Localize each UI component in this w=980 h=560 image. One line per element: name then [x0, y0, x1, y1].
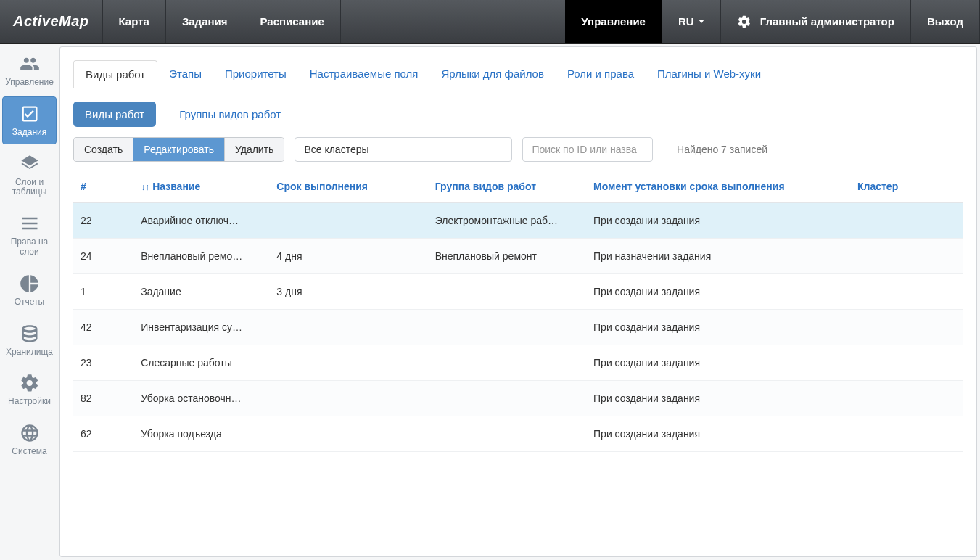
- col-id[interactable]: #: [73, 170, 133, 203]
- sidebar-item-layer-rights[interactable]: Права на слои: [2, 206, 57, 264]
- cluster-select[interactable]: Все кластеры: [295, 137, 512, 162]
- sidebar-item-label: Управление: [5, 78, 54, 88]
- table-row[interactable]: 62Уборка подъездаПри создании задания: [73, 416, 963, 452]
- cell-cluster: [850, 416, 963, 452]
- tab-custom-fields[interactable]: Настраиваемые поля: [298, 60, 430, 88]
- table-row[interactable]: 42Инвентаризация су…При создании задания: [73, 310, 963, 345]
- cell-moment: При создании задания: [586, 381, 850, 416]
- sidebar-item-tasks[interactable]: Задания: [2, 96, 57, 144]
- create-button[interactable]: Создать: [74, 138, 133, 161]
- found-count: Найдено 7 записей: [677, 144, 963, 155]
- cell-cluster: [850, 381, 963, 416]
- crud-button-group: Создать Редактировать Удалить: [73, 137, 284, 162]
- list-icon: [19, 213, 41, 234]
- cell-name: Слесарные работы: [133, 345, 269, 381]
- cell-name: Аварийное отключ…: [133, 203, 269, 239]
- sidebar-item-label: Отчеты: [15, 297, 44, 308]
- table-row[interactable]: 1Задание3 дняПри создании задания: [73, 274, 963, 310]
- sidebar: Управление Задания Слои и таблицы Права …: [0, 44, 59, 560]
- tab-plugins[interactable]: Плагины и Web-хуки: [646, 60, 773, 88]
- app-logo: ActiveMap: [0, 0, 103, 43]
- cell-cluster: [850, 203, 963, 239]
- cell-moment: При назначении задания: [586, 239, 850, 274]
- cell-cluster: [850, 239, 963, 274]
- sidebar-item-label: Права на слои: [4, 237, 54, 258]
- tab-stages[interactable]: Этапы: [157, 60, 213, 88]
- table-row[interactable]: 23Слесарные работыПри создании задания: [73, 345, 963, 381]
- layers-icon: [19, 153, 41, 175]
- subtab-work-types[interactable]: Виды работ: [73, 102, 156, 127]
- sidebar-item-settings[interactable]: Настройки: [2, 366, 57, 413]
- sidebar-item-reports[interactable]: Отчеты: [2, 266, 57, 314]
- col-group[interactable]: Группа видов работ: [428, 170, 586, 203]
- table-row[interactable]: 82Уборка остановочн…При создании задания: [73, 381, 963, 416]
- nav-spacer: [341, 0, 566, 43]
- table-header-row: # ↓↑Название Срок выполнения Группа видо…: [73, 170, 963, 203]
- search-input[interactable]: [522, 137, 653, 162]
- body-wrap: Управление Задания Слои и таблицы Права …: [0, 44, 980, 560]
- cell-moment: При создании задания: [586, 274, 850, 310]
- table-row[interactable]: 22Аварийное отключ…Электромонтажные раб……: [73, 203, 963, 239]
- cell-group: Электромонтажные раб…: [428, 203, 586, 239]
- sidebar-item-layers[interactable]: Слои и таблицы: [2, 147, 57, 205]
- nav-language[interactable]: RU: [662, 0, 721, 43]
- chevron-down-icon: [699, 20, 704, 23]
- cell-id: 1: [73, 274, 133, 310]
- pie-chart-icon: [19, 273, 41, 295]
- cell-id: 42: [73, 310, 133, 345]
- cell-deadline: 3 дня: [269, 274, 427, 310]
- nav-schedule[interactable]: Расписание: [244, 0, 341, 43]
- sidebar-item-label: Задания: [12, 128, 46, 138]
- nav-map[interactable]: Карта: [103, 0, 166, 43]
- cell-name: Уборка остановочн…: [133, 381, 269, 416]
- cell-moment: При создании задания: [586, 416, 850, 452]
- tab-work-types[interactable]: Виды работ: [73, 60, 157, 88]
- col-moment[interactable]: Момент установки срока выполнения: [586, 170, 850, 203]
- work-types-table: # ↓↑Название Срок выполнения Группа видо…: [73, 170, 963, 452]
- check-box-icon: [19, 103, 41, 125]
- cell-group: Внеплановый ремонт: [428, 239, 586, 274]
- cell-id: 82: [73, 381, 133, 416]
- sidebar-item-storages[interactable]: Хранилища: [2, 316, 57, 364]
- nav-user[interactable]: Главный администратор: [721, 0, 911, 43]
- col-cluster[interactable]: Кластер: [850, 170, 963, 203]
- cell-cluster: [850, 310, 963, 345]
- cell-group: [428, 416, 586, 452]
- cell-id: 62: [73, 416, 133, 452]
- cell-group: [428, 345, 586, 381]
- cell-id: 22: [73, 203, 133, 239]
- cell-deadline: 4 дня: [269, 239, 427, 274]
- cell-group: [428, 310, 586, 345]
- gear-icon: [737, 15, 752, 29]
- tabs: Виды работ Этапы Приоритеты Настраиваемы…: [73, 60, 963, 88]
- cell-name: Задание: [133, 274, 269, 310]
- sidebar-item-system[interactable]: Система: [2, 416, 57, 464]
- sidebar-item-manage[interactable]: Управление: [2, 46, 57, 94]
- sidebar-item-label: Система: [12, 447, 46, 457]
- cell-cluster: [850, 345, 963, 381]
- globe-icon: [19, 422, 41, 444]
- database-icon: [19, 323, 41, 345]
- subtab-groups[interactable]: Группы видов работ: [168, 102, 292, 127]
- cell-cluster: [850, 274, 963, 310]
- col-deadline[interactable]: Срок выполнения: [269, 170, 427, 203]
- nav-tasks[interactable]: Задания: [166, 0, 244, 43]
- sort-asc-icon: ↓↑: [141, 182, 149, 192]
- cogs-icon: [19, 372, 41, 394]
- cell-name: Уборка подъезда: [133, 416, 269, 452]
- delete-button[interactable]: Удалить: [225, 138, 284, 161]
- tab-priorities[interactable]: Приоритеты: [213, 60, 298, 88]
- cell-id: 24: [73, 239, 133, 274]
- edit-button[interactable]: Редактировать: [133, 138, 225, 161]
- sidebar-item-label: Хранилища: [6, 347, 53, 358]
- nav-admin[interactable]: Управление: [565, 0, 662, 43]
- cell-deadline: [269, 203, 427, 239]
- nav-logout[interactable]: Выход: [911, 0, 980, 43]
- cell-name: Внеплановый ремо…: [133, 239, 269, 274]
- tab-roles[interactable]: Роли и права: [556, 60, 646, 88]
- subtabs: Виды работ Группы видов работ: [73, 102, 963, 127]
- table-row[interactable]: 24Внеплановый ремо…4 дняВнеплановый ремо…: [73, 239, 963, 274]
- tab-file-labels[interactable]: Ярлыки для файлов: [429, 60, 555, 88]
- col-name[interactable]: ↓↑Название: [133, 170, 269, 203]
- cell-name: Инвентаризация су…: [133, 310, 269, 345]
